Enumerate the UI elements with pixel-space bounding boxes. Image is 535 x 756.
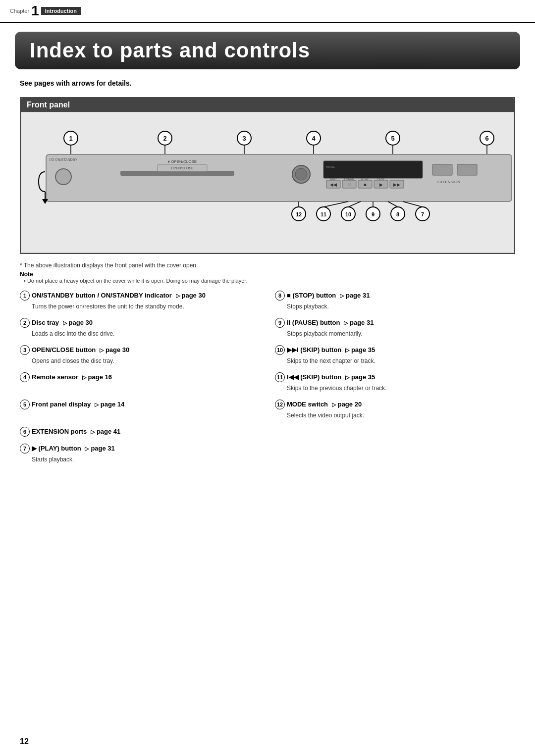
svg-line-62 [388, 202, 398, 207]
svg-rect-43 [432, 164, 452, 175]
illustration-note: * The above illustration displays the fr… [20, 262, 515, 269]
item-number: 3 [20, 345, 30, 355]
svg-text:PLAY: PLAY [377, 177, 385, 180]
list-item: 12MODE switch ▷ page 20Selects the video… [275, 400, 515, 420]
item-description: Turns the power on/restores the unit to … [32, 302, 260, 311]
svg-text:8: 8 [396, 211, 399, 217]
svg-text:1: 1 [69, 135, 72, 142]
svg-point-26 [295, 168, 307, 180]
item-label: ▶▶I (SKIP) button [287, 346, 343, 353]
svg-text:▶▶: ▶▶ [393, 182, 400, 187]
item-number: 12 [275, 400, 285, 409]
item-title: 7▶ (PLAY) button ▷ page 31 [20, 444, 260, 454]
svg-text:⏸: ⏸ [347, 182, 352, 187]
item-number: 6 [20, 427, 30, 437]
section-header: Front panel [21, 98, 514, 112]
item-title: 5Front panel display ▷ page 14 [20, 400, 260, 409]
device-illustration: 1 2 3 4 5 6 [21, 112, 514, 253]
item-label: I◀◀ (SKIP) button [287, 373, 343, 381]
item-label: MODE switch [287, 401, 330, 408]
item-number: 5 [20, 400, 30, 409]
note-label: Note [20, 271, 515, 278]
main-content: See pages with arrows for details. Front… [0, 79, 535, 471]
item-title: 4Remote sensor ▷ page 16 [20, 372, 260, 382]
page-arrow-icon: ▷ [100, 347, 104, 353]
page-arrow-icon: ▷ [95, 402, 99, 408]
page-title: Index to parts and controls [30, 39, 505, 62]
list-item [275, 427, 515, 437]
note-text: • Do not place a heavy object on the cov… [24, 278, 515, 284]
list-item: 5Front panel display ▷ page 14 [20, 400, 260, 420]
items-list: 1ON/STANDBY button / ON/STANDBY indicato… [20, 291, 515, 471]
svg-text:12: 12 [296, 211, 302, 217]
svg-text:5: 5 [391, 135, 394, 142]
item-number: 10 [275, 345, 285, 355]
svg-text:9: 9 [372, 211, 374, 217]
main-title-wrapper: Index to parts and controls [15, 32, 520, 69]
list-item: 3OPEN/CLOSE button ▷ page 30Opens and cl… [20, 345, 260, 365]
page-arrow-icon: ▷ [344, 320, 348, 326]
svg-text:♦ OPEN/CLOSE: ♦ OPEN/CLOSE [168, 159, 197, 164]
svg-line-59 [323, 202, 348, 207]
list-item: 8■ (STOP) button ▷ page 31Stops playback… [275, 291, 515, 311]
svg-line-60 [348, 202, 361, 207]
svg-text:10: 10 [345, 211, 351, 217]
page-arrow-icon: ▷ [345, 347, 349, 353]
item-title: 12MODE switch ▷ page 20 [275, 400, 515, 409]
item-label: II (PAUSE) button [287, 319, 342, 326]
svg-text:EXTENSION: EXTENSION [437, 180, 460, 184]
item-label: ON/STANDBY button / ON/STANDBY indicator [32, 292, 174, 299]
list-item: 6EXTENSION ports ▷ page 41 [20, 427, 260, 437]
page-arrow-icon: ▷ [82, 374, 86, 381]
item-description: Selects the video output jack. [287, 411, 515, 420]
item-description: Stops playback momentarily. [287, 329, 515, 338]
svg-rect-27 [323, 161, 423, 178]
chapter-label: Chapter [10, 8, 29, 14]
svg-rect-18 [46, 154, 512, 202]
item-description: Opens and closes the disc tray. [32, 356, 260, 365]
item-number: 7 [20, 444, 30, 454]
svg-text:3: 3 [242, 135, 246, 142]
list-item: 4Remote sensor ▷ page 16 [20, 372, 260, 393]
list-item [275, 444, 515, 464]
svg-text:11: 11 [321, 211, 326, 217]
item-number: 4 [20, 372, 30, 382]
item-label: ▶ (PLAY) button [32, 445, 83, 452]
item-title: 6EXTENSION ports ▷ page 41 [20, 427, 260, 437]
item-label: ■ (STOP) button [287, 292, 338, 299]
list-item: 11I◀◀ (SKIP) button ▷ page 35Skips to th… [275, 372, 515, 393]
item-page-ref: page 35 [351, 373, 375, 381]
chapter-number: 1 [31, 4, 39, 18]
svg-text:PAUSE: PAUSE [344, 177, 354, 180]
item-title: 9II (PAUSE) button ▷ page 31 [275, 318, 515, 328]
item-page-ref: page 31 [350, 319, 374, 326]
item-page-ref: page 30 [106, 346, 129, 353]
svg-text:I/O ON/STANDBY: I/O ON/STANDBY [50, 158, 78, 161]
page-arrow-icon: ▷ [176, 293, 180, 299]
item-label: Disc tray [32, 319, 61, 326]
item-page-ref: page 31 [91, 445, 114, 452]
svg-text:2: 2 [163, 135, 166, 142]
svg-text:▶: ▶ [379, 182, 383, 187]
subtitle: See pages with arrows for details. [20, 79, 515, 87]
item-page-ref: page 41 [97, 428, 120, 435]
breadcrumb: Chapter 1 Introduction [0, 0, 535, 23]
item-number: 2 [20, 318, 30, 328]
item-description: Skips to the next chapter or track. [287, 356, 515, 365]
svg-text:6: 6 [485, 135, 488, 142]
item-page-ref: page 30 [69, 319, 93, 326]
intro-label: Introduction [41, 7, 81, 15]
item-description: Skips to the previous chapter or track. [287, 384, 515, 393]
svg-text:4: 4 [312, 135, 316, 142]
item-number: 9 [275, 318, 285, 328]
list-item: 9II (PAUSE) button ▷ page 31Stops playba… [275, 318, 515, 338]
item-page-ref: page 31 [346, 292, 370, 299]
page-arrow-icon: ▷ [332, 402, 336, 408]
page-arrow-icon: ▷ [340, 293, 344, 299]
svg-text:MODE: MODE [326, 165, 335, 168]
item-label: Remote sensor [32, 373, 80, 381]
item-description: Starts playback. [32, 455, 260, 464]
item-page-ref: page 14 [101, 401, 124, 408]
page-arrow-icon: ▷ [345, 374, 349, 381]
item-number: 1 [20, 291, 30, 301]
